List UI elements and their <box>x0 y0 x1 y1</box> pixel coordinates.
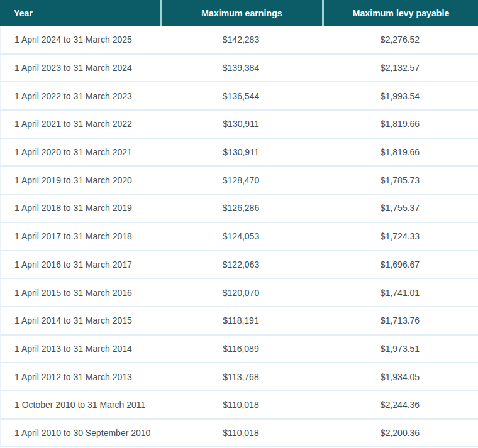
table-row: 1 April 2010 to 30 September 2010 $110,0… <box>0 420 478 448</box>
levy-table: Year Maximum earnings Maximum levy payab… <box>0 0 478 447</box>
maximum-levy-payable-cell: $1,934.05 <box>322 363 478 391</box>
maximum-levy-payable-cell: $1,819.66 <box>322 111 478 139</box>
maximum-levy-payable-cell: $1,819.66 <box>322 139 478 167</box>
maximum-levy-payable-cell: $1,785.73 <box>322 167 478 195</box>
maximum-earnings-cell: $128,470 <box>160 167 322 195</box>
year-cell: 1 April 2021 to 31 March 2022 <box>0 111 160 139</box>
column-header-year: Year <box>0 0 160 26</box>
year-cell: 1 April 2023 to 31 March 2024 <box>0 55 160 83</box>
maximum-earnings-cell: $118,191 <box>160 307 322 336</box>
column-header-maximum-earnings: Maximum earnings <box>160 0 322 26</box>
maximum-earnings-cell: $110,018 <box>160 391 322 420</box>
maximum-levy-payable-cell: $1,696.67 <box>322 251 478 280</box>
table-row: 1 April 2023 to 31 March 2024 $139,384 $… <box>0 55 478 83</box>
table-row: 1 April 2013 to 31 March 2014 $116,089 $… <box>0 336 478 364</box>
maximum-levy-payable-cell: $1,755.37 <box>322 195 478 223</box>
header-row: Year Maximum earnings Maximum levy payab… <box>0 0 478 26</box>
maximum-levy-payable-cell: $1,993.54 <box>322 82 478 111</box>
maximum-levy-payable-cell: $1,724.33 <box>322 223 478 251</box>
year-cell: 1 April 2018 to 31 March 2019 <box>0 195 160 223</box>
table-row: 1 April 2017 to 31 March 2018 $124,053 $… <box>0 223 478 251</box>
maximum-earnings-cell: $113,768 <box>160 363 322 391</box>
year-cell: 1 April 2015 to 31 March 2016 <box>0 279 160 307</box>
year-cell: 1 April 2016 to 31 March 2017 <box>0 251 160 280</box>
table-row: 1 April 2016 to 31 March 2017 $122,063 $… <box>0 251 478 280</box>
maximum-earnings-cell: $136,544 <box>160 82 322 111</box>
table-row: 1 April 2020 to 31 March 2021 $130,911 $… <box>0 139 478 167</box>
maximum-earnings-cell: $110,018 <box>160 420 322 448</box>
year-cell: 1 April 2012 to 31 March 2013 <box>0 363 160 391</box>
maximum-levy-payable-cell: $2,244.36 <box>322 391 478 420</box>
table-row: 1 April 2019 to 31 March 2020 $128,470 $… <box>0 167 478 195</box>
maximum-earnings-cell: $116,089 <box>160 336 322 364</box>
maximum-levy-payable-cell: $2,200.36 <box>322 420 478 448</box>
maximum-earnings-cell: $130,911 <box>160 139 322 167</box>
maximum-earnings-cell: $124,053 <box>160 223 322 251</box>
year-cell: 1 April 2013 to 31 March 2014 <box>0 336 160 364</box>
year-cell: 1 April 2010 to 30 September 2010 <box>0 420 160 448</box>
table-row: 1 April 2024 to 31 March 2025 $142,283 $… <box>0 26 478 55</box>
table-row: 1 April 2015 to 31 March 2016 $120,070 $… <box>0 279 478 307</box>
maximum-earnings-cell: $122,063 <box>160 251 322 280</box>
year-cell: 1 April 2014 to 31 March 2015 <box>0 307 160 336</box>
maximum-earnings-cell: $139,384 <box>160 55 322 83</box>
maximum-levy-payable-cell: $1,973.51 <box>322 336 478 364</box>
levy-table-container: Year Maximum earnings Maximum levy payab… <box>0 0 478 448</box>
table-header: Year Maximum earnings Maximum levy payab… <box>0 0 478 26</box>
year-cell: 1 April 2024 to 31 March 2025 <box>0 26 160 55</box>
maximum-earnings-cell: $120,070 <box>160 279 322 307</box>
year-cell: 1 April 2020 to 31 March 2021 <box>0 139 160 167</box>
table-row: 1 October 2010 to 31 March 2011 $110,018… <box>0 391 478 420</box>
table-row: 1 April 2018 to 31 March 2019 $126,286 $… <box>0 195 478 223</box>
table-row: 1 April 2012 to 31 March 2013 $113,768 $… <box>0 363 478 391</box>
maximum-earnings-cell: $126,286 <box>160 195 322 223</box>
year-cell: 1 April 2019 to 31 March 2020 <box>0 167 160 195</box>
table-row: 1 April 2022 to 31 March 2023 $136,544 $… <box>0 82 478 111</box>
maximum-levy-payable-cell: $2,132.57 <box>322 55 478 83</box>
maximum-levy-payable-cell: $1,741.01 <box>322 279 478 307</box>
column-header-maximum-levy-payable: Maximum levy payable <box>322 0 478 26</box>
maximum-levy-payable-cell: $2,276.52 <box>322 26 478 55</box>
table-row: 1 April 2014 to 31 March 2015 $118,191 $… <box>0 307 478 336</box>
year-cell: 1 October 2010 to 31 March 2011 <box>0 391 160 420</box>
maximum-earnings-cell: $142,283 <box>160 26 322 55</box>
maximum-levy-payable-cell: $1,713.76 <box>322 307 478 336</box>
year-cell: 1 April 2022 to 31 March 2023 <box>0 82 160 111</box>
year-cell: 1 April 2017 to 31 March 2018 <box>0 223 160 251</box>
maximum-earnings-cell: $130,911 <box>160 111 322 139</box>
table-body: 1 April 2024 to 31 March 2025 $142,283 $… <box>0 26 478 447</box>
table-row: 1 April 2021 to 31 March 2022 $130,911 $… <box>0 111 478 139</box>
